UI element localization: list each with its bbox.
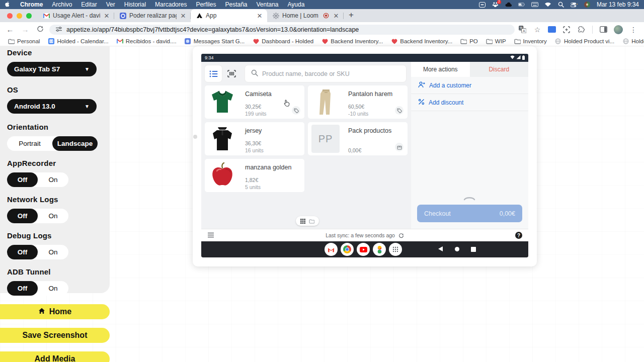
folder-view-icon[interactable]: [309, 217, 314, 226]
cloud-icon[interactable]: [505, 2, 512, 8]
site-settings-icon[interactable]: [55, 25, 62, 34]
menu-archivo[interactable]: Archivo: [52, 1, 72, 8]
barcode-scan-button[interactable]: [223, 65, 240, 82]
product-search-input[interactable]: [262, 70, 400, 77]
apprecorder-off-option[interactable]: Off: [7, 172, 38, 187]
adb-tunnel-on-option[interactable]: On: [38, 281, 68, 296]
debug-logs-on-option[interactable]: On: [38, 245, 68, 259]
more-actions-tab[interactable]: More actions: [411, 62, 470, 77]
extensions-puzzle-icon[interactable]: [577, 25, 586, 34]
wifi-icon[interactable]: [544, 2, 551, 8]
url-text[interactable]: appetize.io/app/74biubspbc7bvj7fvttbdtjs…: [66, 26, 359, 33]
close-tab-icon[interactable]: ✕: [333, 13, 340, 19]
apple-logo-icon[interactable]: [5, 2, 11, 8]
keyboard-icon[interactable]: [531, 2, 538, 8]
google-photos-app-icon[interactable]: [373, 243, 386, 256]
menu-ayuda[interactable]: Ayuda: [288, 1, 305, 8]
minimize-window-button[interactable]: [17, 13, 22, 19]
add-customer-action[interactable]: Add a customer: [411, 77, 528, 94]
tab-poder-realizar-pagos[interactable]: Poder realizar pagos a cuenta ✕: [114, 9, 191, 22]
orientation-landscape-option[interactable]: Landscape: [52, 136, 98, 151]
bookmark-backend-inventory-2[interactable]: Backend Inventory...: [388, 38, 455, 45]
profile-avatar[interactable]: [614, 25, 623, 34]
orientation-portrait-option[interactable]: Portrait: [7, 136, 52, 151]
add-discount-action[interactable]: Add discount: [411, 94, 528, 111]
network-logs-on-option[interactable]: On: [38, 209, 68, 223]
bookmark-star-icon[interactable]: ☆: [533, 25, 542, 34]
menu-marcadores[interactable]: Marcadores: [155, 1, 187, 8]
bookmark-personal[interactable]: Personal: [5, 38, 43, 45]
back-button[interactable]: ←: [4, 25, 16, 34]
apprecorder-on-option[interactable]: On: [38, 172, 68, 187]
chrome-app-icon[interactable]: [341, 243, 354, 256]
menu-perfiles[interactable]: Perfiles: [196, 1, 216, 8]
bookmark-dashboard-holded[interactable]: Dashboard - Holded: [250, 38, 316, 45]
profile-avatar-icon[interactable]: [584, 2, 591, 8]
android-back-button[interactable]: [438, 245, 443, 254]
bookmark-recibidos[interactable]: Recibidos - david....: [114, 38, 180, 45]
discard-tab[interactable]: Discard: [470, 62, 529, 77]
side-panel-icon[interactable]: [599, 25, 608, 34]
home-button[interactable]: Home: [0, 304, 110, 319]
chevron-up-icon[interactable]: [463, 194, 475, 199]
tab-home-loom[interactable]: Home | Loom ✕: [267, 9, 344, 22]
app-window-icon[interactable]: [479, 2, 486, 8]
product-search-box[interactable]: [245, 65, 406, 82]
bookmark-holded-product-2[interactable]: Holded Product vi...: [619, 38, 644, 45]
android-recents-button[interactable]: [471, 245, 476, 254]
bookmark-holded-calendar[interactable]: 13Holded - Calendar...: [45, 38, 111, 45]
close-window-button[interactable]: [7, 13, 13, 19]
address-bar[interactable]: appetize.io/app/74biubspbc7bvj7fvttbdtjs…: [49, 25, 515, 35]
reload-button[interactable]: [34, 25, 46, 34]
bookmark-po-folder[interactable]: PO: [457, 38, 481, 45]
tab-app-active[interactable]: App ✕: [191, 9, 267, 22]
gmail-app-icon[interactable]: [325, 243, 338, 256]
battery-icon[interactable]: [518, 2, 525, 8]
spotlight-search-icon[interactable]: [557, 2, 565, 8]
checkout-button[interactable]: Checkout 0,00€: [417, 205, 522, 222]
menu-pestana[interactable]: Pestaña: [225, 1, 247, 8]
tab-usage-alert[interactable]: Usage Alert - david.terraza@ ✕: [38, 9, 114, 22]
os-select[interactable]: Android 13.0 ▼: [7, 99, 97, 114]
bookmark-holded-product-1[interactable]: Holded Product vi...: [552, 38, 617, 45]
add-media-button[interactable]: Add Media: [0, 351, 110, 362]
bookmark-messages[interactable]: Messages Start G...: [182, 38, 248, 45]
menu-editar[interactable]: Editar: [81, 1, 97, 8]
close-tab-icon[interactable]: ✕: [180, 13, 187, 19]
network-logs-off-option[interactable]: Off: [7, 209, 38, 223]
new-tab-button[interactable]: +: [344, 10, 359, 22]
app-drawer-icon[interactable]: [389, 243, 402, 256]
list-view-button[interactable]: [205, 65, 222, 82]
extension-blue-icon[interactable]: [548, 26, 556, 33]
menu-historial[interactable]: Historial: [124, 1, 146, 8]
kebab-menu-icon[interactable]: ⋮: [629, 25, 638, 34]
device-select[interactable]: Galaxy Tab S7 ▼: [7, 62, 97, 76]
bookmark-wip-folder[interactable]: WIP: [483, 38, 509, 45]
menu-chrome[interactable]: Chrome: [20, 1, 43, 8]
grid-view-icon[interactable]: [300, 217, 305, 226]
android-home-button[interactable]: [454, 245, 460, 254]
translate-icon[interactable]: 文A: [518, 25, 527, 34]
menu-ver[interactable]: Ver: [106, 1, 115, 8]
close-tab-icon[interactable]: ✕: [256, 13, 263, 19]
save-screenshot-button[interactable]: Save Screenshot: [0, 328, 110, 343]
bookmark-backend-inventory-1[interactable]: Backend Inventory...: [318, 38, 386, 45]
drag-handle-dot[interactable]: [193, 135, 197, 139]
forward-button[interactable]: →: [19, 25, 31, 34]
product-card-pack-productos[interactable]: PP Pack productos 0,00€: [308, 122, 408, 155]
youtube-app-icon[interactable]: [357, 243, 370, 256]
screenshot-extension-icon[interactable]: [562, 25, 571, 34]
notification-badge-icon[interactable]: 7: [492, 2, 499, 8]
close-tab-icon[interactable]: ✕: [103, 13, 110, 19]
debug-logs-off-option[interactable]: Off: [7, 245, 38, 259]
help-button[interactable]: ?: [515, 232, 522, 239]
bookmark-inventory-folder[interactable]: Inventory: [511, 38, 550, 45]
menu-ventana[interactable]: Ventana: [257, 1, 279, 8]
menubar-clock[interactable]: Mar 13 feb 9:34: [597, 1, 639, 8]
product-card-pantalon-harem[interactable]: Pantalon harem 60,50€ -10 units: [308, 85, 408, 119]
zoom-window-button[interactable]: [26, 13, 32, 19]
product-card-manzana-golden[interactable]: manzana golden 1,82€ 5 units: [205, 159, 304, 192]
product-card-jersey[interactable]: jersey 36,30€ 16 units: [205, 122, 304, 155]
adb-tunnel-off-option[interactable]: Off: [7, 281, 38, 296]
control-center-icon[interactable]: [571, 2, 578, 8]
